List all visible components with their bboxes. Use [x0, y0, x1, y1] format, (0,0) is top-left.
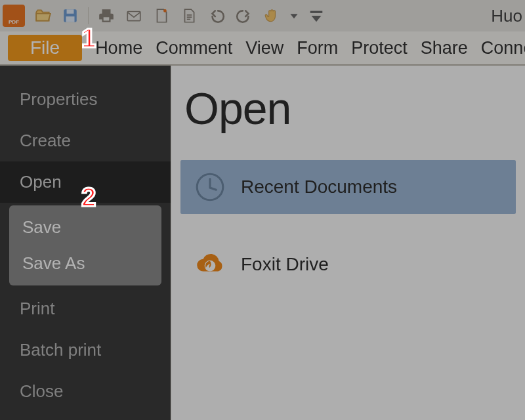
redo-icon[interactable] — [234, 6, 254, 26]
hand-tool-icon[interactable] — [262, 6, 282, 26]
save-icon[interactable] — [60, 6, 80, 26]
foxit-cloud-icon — [194, 248, 226, 281]
callout-2: 2 — [81, 182, 96, 212]
blank-page-icon[interactable] — [152, 6, 171, 26]
sidebar-item-properties[interactable]: Properties — [0, 79, 171, 120]
sidebar-highlight-group: Save Save As — [9, 205, 161, 285]
sidebar-item-print[interactable]: Print — [0, 288, 171, 329]
tab-view[interactable]: View — [245, 38, 284, 58]
location-label: Foxit Drive — [241, 254, 329, 275]
svg-rect-1 — [67, 9, 74, 14]
file-backstage: Properties Create Open Save Save As Prin… — [0, 66, 525, 420]
separator — [88, 7, 89, 24]
username-label: Huo — [491, 6, 522, 26]
location-foxit-drive[interactable]: Foxit Drive — [180, 238, 516, 291]
sidebar-item-save[interactable]: Save — [12, 209, 159, 245]
svg-point-4 — [163, 9, 167, 12]
ribbon-tabs: File Home Comment View Form Protect Shar… — [0, 32, 525, 66]
tab-connect[interactable]: Connect — [481, 38, 525, 58]
tab-protect[interactable]: Protect — [351, 38, 408, 58]
undo-icon[interactable] — [207, 6, 226, 26]
sidebar-item-create[interactable]: Create — [0, 120, 171, 161]
quick-access-toolbar: PDF — [0, 0, 525, 32]
backstage-content: Open Recent Documents Foxit Drive — [171, 66, 525, 420]
svg-rect-2 — [66, 16, 75, 22]
file-tab[interactable]: File — [8, 35, 82, 61]
tab-share[interactable]: Share — [421, 38, 468, 58]
callout-1: 1 — [81, 24, 96, 53]
open-folder-icon[interactable] — [33, 6, 52, 26]
app-window: PDF — [0, 0, 525, 420]
app-icon: PDF — [3, 5, 25, 27]
hand-dropdown-icon[interactable] — [289, 6, 299, 26]
location-recent-documents[interactable]: Recent Documents — [180, 160, 516, 214]
sidebar-item-close[interactable]: Close — [0, 371, 171, 412]
typewriter-icon[interactable] — [179, 6, 199, 26]
tab-form[interactable]: Form — [297, 38, 338, 58]
tab-home[interactable]: Home — [95, 38, 142, 58]
svg-rect-3 — [127, 12, 140, 21]
clock-icon — [194, 171, 226, 203]
sidebar-item-batch-print[interactable]: Batch print — [0, 329, 171, 371]
sidebar-item-save-as[interactable]: Save As — [12, 245, 159, 282]
page-title: Open — [184, 83, 516, 134]
location-label: Recent Documents — [241, 177, 397, 198]
mail-icon[interactable] — [124, 6, 144, 26]
tab-comment[interactable]: Comment — [156, 38, 232, 58]
print-icon[interactable] — [96, 6, 116, 26]
svg-rect-5 — [310, 11, 323, 13]
customize-qat-icon[interactable] — [306, 6, 326, 26]
backstage-sidebar: Properties Create Open Save Save As Prin… — [0, 66, 171, 420]
